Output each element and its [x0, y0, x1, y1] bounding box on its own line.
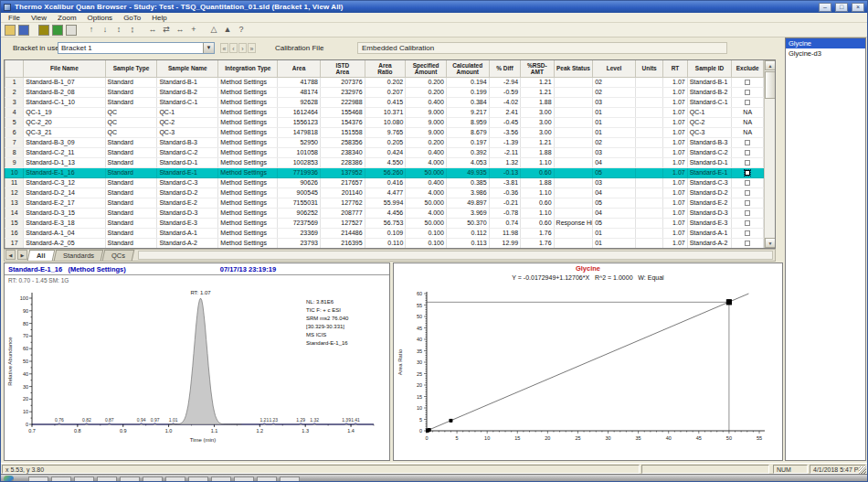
menu-help[interactable]: Help [146, 14, 172, 22]
taskbar-button[interactable] [257, 477, 277, 482]
menu-zoom[interactable]: Zoom [52, 14, 81, 22]
column-header[interactable]: Sample ID [687, 60, 732, 77]
maximize-button[interactable]: □ [835, 3, 848, 12]
column-header[interactable]: ISTD Area [320, 60, 365, 77]
swap-columns-icon[interactable]: ⇄ [161, 25, 172, 36]
user-order-icon[interactable]: ↨ [127, 25, 138, 36]
table-row[interactable]: 3Standard-C-1_10StandardStandard-C-1Meth… [5, 97, 764, 107]
checkbox-icon[interactable] [745, 230, 750, 236]
column-header[interactable]: Level [593, 60, 636, 77]
table-row[interactable]: 6QC-3_21QCQC-3Method Settings14798181515… [5, 127, 764, 137]
peak-edit-icon[interactable]: ▲ [222, 25, 233, 36]
row-number[interactable]: 4 [5, 107, 24, 117]
table-row[interactable]: 12Standard-D-2_14StandardStandard-D-2Met… [5, 187, 764, 198]
report-grid-icon[interactable] [38, 25, 49, 36]
exclude-checkbox[interactable] [732, 157, 764, 167]
taskbar-button[interactable] [143, 477, 163, 482]
move-down-icon[interactable]: ↓ [100, 25, 111, 36]
taskbar-button[interactable] [211, 477, 231, 482]
row-number[interactable]: 13 [5, 198, 24, 208]
exclude-checkbox[interactable] [732, 198, 764, 208]
column-header[interactable]: RT [663, 60, 687, 77]
exclude-checkbox[interactable] [732, 77, 764, 87]
row-number[interactable]: 12 [5, 187, 24, 198]
exclude-checkbox[interactable] [732, 87, 764, 97]
taskbar-button[interactable] [188, 477, 208, 482]
checkbox-icon[interactable] [745, 170, 750, 176]
taskbar-button[interactable] [97, 477, 117, 482]
taskbar-button[interactable] [165, 477, 185, 482]
row-number[interactable]: 8 [5, 147, 24, 157]
notes-grid-icon[interactable] [66, 25, 77, 36]
column-header[interactable]: Peak Status [554, 60, 593, 77]
scroll-up-icon[interactable]: ▲ [765, 60, 776, 70]
taskbar-button[interactable] [28, 477, 48, 482]
selected-data-point[interactable] [726, 300, 731, 305]
data-point[interactable] [450, 419, 452, 422]
start-button[interactable] [4, 476, 14, 482]
column-header[interactable]: Exclude [732, 60, 764, 77]
checkbox-icon[interactable] [745, 210, 750, 216]
bracket-last-icon[interactable]: » [248, 43, 256, 53]
crosshair-icon[interactable]: + [188, 25, 199, 36]
tab-scroll-right-icon[interactable]: ▶ [17, 250, 27, 260]
tab-standards[interactable]: Standards [53, 250, 103, 261]
row-number[interactable]: 11 [5, 177, 24, 187]
exclude-na[interactable]: NA [732, 107, 764, 117]
bracket-next-icon[interactable]: › [238, 43, 247, 53]
move-up-icon[interactable]: ↑ [86, 25, 97, 36]
checkbox-icon[interactable] [745, 80, 750, 85]
save-icon[interactable] [18, 25, 29, 36]
row-number[interactable]: 3 [5, 97, 24, 107]
exclude-checkbox[interactable] [732, 187, 764, 198]
row-number[interactable]: 10 [5, 167, 24, 177]
checkbox-icon[interactable] [745, 220, 750, 226]
move-top-icon[interactable]: ↕ [113, 25, 124, 36]
checkbox-icon[interactable] [745, 160, 750, 166]
taskbar-button[interactable] [280, 477, 300, 482]
table-row[interactable]: 8Standard-C-2_11StandardStandard-C-2Meth… [5, 147, 764, 157]
tab-scroll-left-icon[interactable]: ◀ [5, 250, 16, 260]
column-header[interactable]: Integration Type [218, 60, 278, 77]
table-row[interactable]: 14Standard-D-3_15StandardStandard-D-3Met… [5, 208, 764, 218]
menu-goto[interactable]: GoTo [118, 14, 146, 22]
taskbar-button[interactable] [51, 477, 71, 482]
row-number[interactable]: 7 [5, 137, 24, 147]
column-header[interactable]: Specified Amount [406, 60, 447, 77]
checkbox-icon[interactable] [745, 241, 750, 246]
row-number[interactable]: 6 [5, 127, 24, 137]
checkbox-icon[interactable] [745, 100, 750, 105]
checkbox-icon[interactable] [745, 150, 750, 155]
component-item-glycine[interactable]: Glycine [786, 38, 865, 48]
bracket-first-icon[interactable]: « [220, 43, 228, 53]
column-header[interactable]: Area [278, 60, 321, 77]
table-row[interactable]: 1Standard-B-1_07StandardStandard-B-1Meth… [5, 77, 764, 87]
tab-strip-scroll-track[interactable] [138, 251, 773, 260]
peak-view-icon[interactable]: △ [208, 25, 219, 36]
row-number[interactable]: 9 [5, 157, 24, 167]
help-icon[interactable]: ? [236, 25, 247, 36]
scroll-down-icon[interactable]: ▼ [765, 238, 776, 248]
checkbox-icon[interactable] [745, 180, 750, 186]
exclude-checkbox[interactable] [732, 238, 764, 248]
exclude-checkbox[interactable] [732, 177, 764, 187]
exclude-checkbox[interactable] [732, 218, 764, 228]
checkbox-icon[interactable] [745, 190, 750, 196]
expand-width-icon[interactable]: ↔ [147, 25, 158, 36]
table-row[interactable]: 5QC-2_20QCQC-2Method Settings15561231543… [5, 117, 764, 127]
taskbar-button[interactable] [234, 477, 254, 482]
bracket-prev-icon[interactable]: ‹ [229, 43, 238, 53]
table-vertical-scrollbar[interactable]: ▲ ▼ [764, 60, 775, 248]
column-header[interactable]: File Name [24, 60, 105, 77]
exclude-checkbox[interactable] [732, 208, 764, 218]
column-header[interactable]: Calculated Amount [446, 60, 489, 77]
menu-options[interactable]: Options [82, 14, 119, 22]
scrollbar-thumb[interactable] [765, 71, 776, 99]
row-number[interactable]: 1 [5, 77, 24, 87]
exclude-checkbox[interactable] [732, 167, 764, 177]
table-row[interactable]: 16Standard-A-1_04StandardStandard-A-1Met… [5, 228, 764, 238]
row-number[interactable]: 16 [5, 228, 24, 238]
checkbox-icon[interactable] [745, 200, 750, 206]
table-row[interactable]: 9Standard-D-1_13StandardStandard-D-1Meth… [5, 157, 764, 167]
table-row[interactable]: 17Standard-A-2_05StandardStandard-A-2Met… [5, 238, 764, 248]
